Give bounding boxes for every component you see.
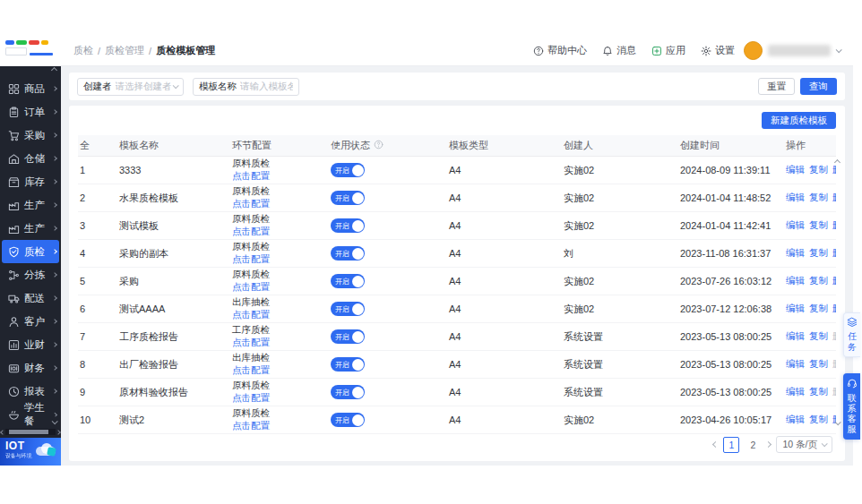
query-button[interactable]: 查询 [800,78,837,95]
copy-link[interactable]: 复制 [809,247,828,260]
scrollbar-track[interactable] [5,429,56,435]
topbar-item-gear[interactable]: 设置 [701,44,735,57]
task-panel-tab[interactable]: 任务 [843,312,860,357]
config-link[interactable]: 点击配置 [232,226,329,238]
config-link[interactable]: 点击配置 [232,281,329,294]
config-link[interactable]: 点击配置 [232,309,329,321]
status-toggle[interactable]: 开启 [331,274,365,288]
sidebar-item-库存[interactable]: 库存 [0,170,61,193]
sidebar-item-label: 生产 [24,222,45,235]
template-name: 测试2 [117,414,230,427]
breadcrumb-item[interactable]: 质检 [73,44,93,57]
user-name-redacted [768,45,831,56]
sidebar-item-订单[interactable]: 订单 [0,100,61,124]
logo-bar [5,40,14,45]
delete-link[interactable]: 删除 [832,164,836,176]
config-link[interactable]: 点击配置 [232,337,329,349]
column-header-label: 创建人 [564,139,593,152]
edit-link[interactable]: 编辑 [786,219,805,232]
config-link[interactable]: 点击配置 [232,170,329,183]
edit-link[interactable]: 编辑 [786,247,805,260]
new-template-button[interactable]: 新建质检模板 [762,112,836,129]
edit-link[interactable]: 编辑 [786,358,805,371]
edit-link[interactable]: 编辑 [786,303,805,315]
sidebar-hscrollbar[interactable] [1,428,60,436]
sidebar-item-客户[interactable]: 客户 [0,310,61,333]
scroll-right-icon[interactable] [56,430,61,435]
next-page-icon[interactable] [765,441,771,448]
scrollbar-thumb[interactable] [9,430,48,434]
delete-link[interactable]: 删除 [832,303,836,315]
edit-link[interactable]: 编辑 [786,386,805,398]
status-toggle[interactable]: 开启 [331,357,365,372]
shield-icon [8,246,20,258]
topbar-item-bell[interactable]: 消息 [602,44,636,57]
status-toggle-label: 开启 [335,193,349,203]
status-toggle[interactable]: 开启 [331,218,365,233]
delete-link[interactable]: 删除 [832,414,836,426]
config-link[interactable]: 点击配置 [232,364,329,377]
status-toggle[interactable]: 开启 [331,385,365,399]
column-header: 创建人 [562,139,678,152]
page-number[interactable]: 2 [745,437,761,453]
sidebar-item-质检[interactable]: 质检 [2,240,59,263]
sidebar-item-分拣[interactable]: 分拣 [0,263,61,286]
status-toggle-label: 开启 [335,221,349,231]
breadcrumb-item[interactable]: 质检管理 [105,44,144,57]
sidebar-item-生产[interactable]: 生产 [0,217,61,240]
scroll-left-icon[interactable] [0,430,5,435]
edit-link[interactable]: 编辑 [786,164,805,176]
status-toggle[interactable]: 开启 [331,302,365,316]
copy-link[interactable]: 复制 [809,275,828,287]
copy-link[interactable]: 复制 [809,330,828,343]
sidebar-item-业财[interactable]: 业财 [0,333,61,356]
edit-link[interactable]: 编辑 [786,330,805,343]
copy-link[interactable]: 复制 [809,164,828,176]
config-link[interactable]: 点击配置 [232,253,329,266]
topbar-item-help[interactable]: 帮助中心 [533,44,587,57]
sidebar-item-生产[interactable]: 生产 [0,193,61,217]
copy-link[interactable]: 复制 [809,414,828,426]
user-menu[interactable] [744,41,840,60]
delete-link[interactable]: 删除 [832,247,836,260]
avatar[interactable] [744,41,763,60]
status-toggle[interactable]: 开启 [331,246,365,261]
sidebar-item-财务[interactable]: 财务 [0,356,61,380]
copy-link[interactable]: 复制 [809,303,828,315]
page-size-select[interactable]: 10 条/页 [776,436,832,453]
config-link[interactable]: 点击配置 [232,420,329,432]
sidebar-item-配送[interactable]: 配送 [0,286,61,310]
config-link[interactable]: 点击配置 [232,392,329,405]
sidebar-item-报表[interactable]: 报表 [0,380,61,403]
sidebar-item-商品[interactable]: 商品 [0,77,61,100]
sidebar-item-学生餐[interactable]: 学生餐 [0,403,61,426]
status-toggle[interactable]: 开启 [331,329,365,344]
sidebar-item-仓储[interactable]: 仓储 [0,147,61,170]
delete-link[interactable]: 删除 [832,275,836,287]
contact-service-tab[interactable]: 联系客服 [843,373,860,440]
copy-link[interactable]: 复制 [809,219,828,232]
chevron-down-icon[interactable] [836,47,842,53]
edit-link[interactable]: 编辑 [786,275,805,287]
status-toggle[interactable]: 开启 [331,191,365,205]
edit-link[interactable]: 编辑 [786,192,805,204]
chevron-right-icon [52,156,57,161]
sidebar-item-采购[interactable]: 采购 [0,124,61,147]
delete-link[interactable]: 删除 [832,219,836,232]
copy-link[interactable]: 复制 [809,386,828,398]
delete-link[interactable]: 删除 [832,192,836,204]
creator-select[interactable]: 创建者 请选择创建者 [77,78,184,96]
config-link[interactable]: 点击配置 [232,198,329,210]
topbar-item-apps[interactable]: 应用 [651,44,685,57]
status-toggle[interactable]: 开启 [331,163,365,177]
template-name-input[interactable]: 模板名称 请输入模板名称 [193,78,299,96]
reset-button[interactable]: 重置 [758,78,795,95]
toggle-knob [352,303,364,315]
copy-link[interactable]: 复制 [809,192,828,204]
page-number[interactable]: 1 [723,437,739,453]
prev-page-icon[interactable] [712,441,719,448]
edit-link[interactable]: 编辑 [786,414,805,426]
copy-link[interactable]: 复制 [809,358,828,371]
chevron-right-icon [52,249,57,254]
status-toggle[interactable]: 开启 [331,413,365,427]
